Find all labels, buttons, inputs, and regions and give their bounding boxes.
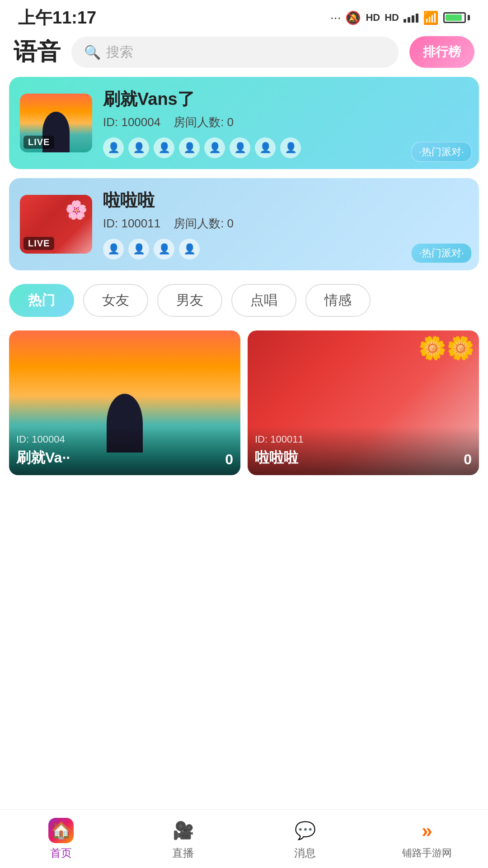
live-name-2: 啦啦啦: [103, 189, 468, 212]
status-bar: 上午11:17 ··· 🔕 HD HD 📶: [0, 0, 488, 32]
signal-bars: [404, 13, 418, 23]
message-icon: 💬: [292, 818, 318, 843]
grid-count-1: 0: [225, 451, 233, 468]
category-tab-hot[interactable]: 热门: [9, 284, 74, 317]
grid-card-1[interactable]: ID: 100004 刷就Va·· 0: [9, 330, 240, 475]
search-bar[interactable]: 🔍 搜索: [71, 37, 399, 68]
mini-avatar: 👤: [128, 239, 149, 259]
grid-count-2: 0: [464, 451, 472, 468]
grid-id-2: ID: 100011: [255, 434, 472, 445]
live-thumb-2: LIVE: [20, 195, 92, 254]
bottom-nav: 🏠 首页 🎥 直播 💬 消息 » 铺路手游网: [0, 809, 488, 868]
live-icon: 🎥: [170, 818, 196, 843]
status-time: 上午11:17: [18, 6, 96, 29]
grid-card-2[interactable]: 🌼🌼 ID: 100011 啦啦啦 0: [248, 330, 479, 475]
nav-label-home: 首页: [50, 846, 72, 860]
live-meta-2: ID: 100011 房间人数: 0: [103, 216, 468, 231]
mini-avatar: 👤: [230, 137, 250, 158]
search-placeholder: 搜索: [106, 43, 133, 61]
grid-section: ID: 100004 刷就Va·· 0 🌼🌼 ID: 100011 啦啦啦 0: [0, 326, 488, 480]
nav-item-live[interactable]: 🎥 直播: [122, 818, 244, 860]
live-card-1[interactable]: LIVE 刷就Vans了 ID: 100004 房间人数: 0 👤 👤 👤 👤 …: [9, 77, 479, 169]
hot-badge-2: ·热门派对·: [411, 243, 472, 263]
ranking-button[interactable]: 排行榜: [409, 36, 474, 68]
mini-avatar: 👤: [103, 239, 124, 259]
mini-avatar: 👤: [154, 239, 174, 259]
mini-avatar: 👤: [255, 137, 276, 158]
mini-avatar: 👤: [280, 137, 301, 158]
grid-overlay-2: ID: 100011 啦啦啦: [248, 426, 479, 475]
mini-avatar: 👤: [179, 137, 200, 158]
flowers-decoration: 🌼🌼: [418, 335, 474, 361]
nav-label-more: 铺路手游网: [402, 846, 452, 860]
mini-avatar: 👤: [128, 137, 149, 158]
category-tab-girlfriend[interactable]: 女友: [83, 284, 148, 317]
search-icon: 🔍: [84, 44, 101, 60]
live-badge-2: LIVE: [23, 237, 54, 250]
more-icon: »: [414, 818, 440, 844]
mini-avatar: 👤: [179, 239, 200, 259]
nav-item-home[interactable]: 🏠 首页: [0, 818, 122, 860]
category-tab-request[interactable]: 点唱: [231, 284, 296, 317]
mute-icon: 🔕: [345, 10, 361, 25]
category-tab-emotion[interactable]: 情感: [305, 284, 371, 317]
grid-title-2: 啦啦啦: [255, 448, 472, 468]
nav-label-live: 直播: [172, 846, 194, 860]
nav-item-message[interactable]: 💬 消息: [244, 818, 366, 860]
page-title: 语音: [14, 36, 61, 68]
mini-avatar: 👤: [154, 137, 174, 158]
dots-icon: ···: [330, 10, 341, 25]
signal-hd-icon: HD: [366, 12, 380, 24]
live-badge-1: LIVE: [23, 136, 54, 149]
mini-avatar: 👤: [103, 137, 124, 158]
signal-hd-icon2: HD: [385, 12, 399, 24]
hot-badge-1: ·热门派对·: [411, 142, 472, 162]
live-card-2[interactable]: LIVE 啦啦啦 ID: 100011 房间人数: 0 👤 👤 👤 👤 ·热门派…: [9, 178, 479, 270]
nav-item-more[interactable]: » 铺路手游网: [366, 818, 488, 860]
category-tabs: 热门 女友 男友 点唱 情感: [0, 270, 488, 326]
nav-label-message: 消息: [294, 846, 316, 860]
mini-avatar: 👤: [204, 137, 225, 158]
grid-overlay-1: ID: 100004 刷就Va··: [9, 426, 240, 475]
live-name-1: 刷就Vans了: [103, 88, 468, 111]
category-tab-boyfriend[interactable]: 男友: [157, 284, 222, 317]
home-icon: 🏠: [48, 818, 74, 843]
header: 语音 🔍 搜索 排行榜: [0, 32, 488, 77]
live-thumb-1: LIVE: [20, 94, 92, 152]
live-section: LIVE 刷就Vans了 ID: 100004 房间人数: 0 👤 👤 👤 👤 …: [0, 77, 488, 270]
battery-icon: [443, 12, 470, 23]
grid-id-1: ID: 100004: [16, 434, 233, 445]
live-meta-1: ID: 100004 房间人数: 0: [103, 114, 468, 130]
wifi-icon: 📶: [423, 10, 439, 25]
status-icons: ··· 🔕 HD HD 📶: [330, 10, 470, 25]
grid-title-1: 刷就Va··: [16, 448, 233, 468]
